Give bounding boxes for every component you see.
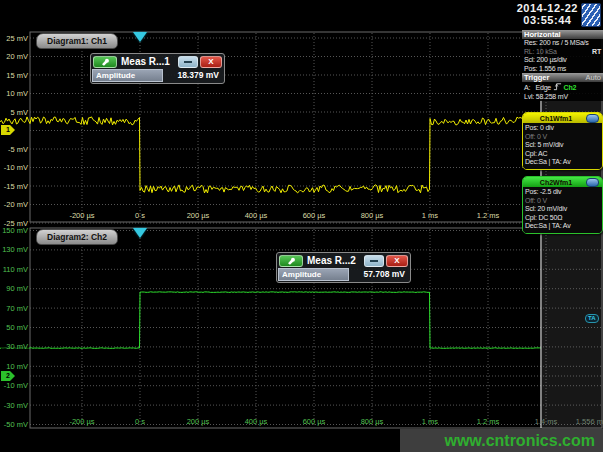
x-axis-label: 0 s: [118, 417, 162, 426]
meas2-title-bar[interactable]: Meas R...2 X: [277, 253, 410, 268]
trigger-a-source: Ch2: [564, 84, 577, 91]
trigger-mode: Auto: [586, 73, 601, 82]
y-axis-label: -5 mV: [1, 145, 29, 154]
trigger-position-marker-diagram2[interactable]: [133, 228, 147, 238]
trigger-level-marker[interactable]: TA: [585, 314, 599, 323]
x-axis-label: 1.2 ms: [466, 211, 510, 220]
y-axis-label: 5 mV: [1, 108, 29, 117]
watermark-text: www.cntronics.com: [444, 432, 595, 450]
wrench-icon: [285, 257, 297, 265]
trigger-a-label: A:: [524, 84, 530, 91]
meas2-window-title: Meas R...2: [305, 255, 362, 266]
record-length-value: RL: 10 kSa: [524, 48, 557, 57]
tab-diagram2-ch2[interactable]: Diagram2: Ch2: [36, 229, 118, 245]
realtime-badge: RT: [592, 48, 601, 57]
horizontal-panel-header: Horizontal: [522, 30, 603, 39]
trigger-a-row: A: Edge Ch2: [522, 82, 603, 93]
ch1-offset: Off: 0 V: [523, 133, 602, 142]
trigger-position-marker-diagram1[interactable]: [133, 32, 147, 42]
meas2-close-button[interactable]: X: [386, 255, 408, 267]
horizontal-trigger-panel[interactable]: Horizontal Res: 200 ns / 5 MSa/s RL: 10 …: [522, 30, 603, 101]
y-axis-label: 25 mV: [1, 34, 29, 43]
ch2wfm1-panel[interactable]: Ch2Wfm1 Pos: -2.5 div Off: 0 V Scl: 20 m…: [522, 176, 603, 234]
waveform-trace-ch2: [0, 292, 541, 349]
y-axis-label: 15 mV: [1, 71, 29, 80]
meas1-settings-button[interactable]: [93, 56, 117, 68]
minimize-icon: [370, 260, 378, 262]
minimize-icon: [184, 61, 192, 63]
x-axis-label: -200 µs: [60, 417, 104, 426]
y-axis-label: -50 mV: [1, 420, 29, 429]
waveform-trace-ch1: [0, 117, 541, 193]
y-axis-label: -15 mV: [1, 182, 29, 191]
ch1wfm1-title-bar[interactable]: Ch1Wfm1: [523, 113, 602, 123]
datetime-display: 2014-12-22 03:55:44: [517, 2, 578, 26]
y-axis-label: 10 mV: [1, 89, 29, 98]
meas1-title-bar[interactable]: Meas R...1 X: [91, 54, 224, 69]
y-axis-label: -10 mV: [1, 163, 29, 172]
ch1wfm1-minimize-icon[interactable]: [586, 114, 599, 123]
x-axis-label: 1.2 ms: [466, 417, 510, 426]
wrench-icon: [99, 58, 111, 66]
ch2wfm1-body: Pos: -2.5 div Off: 0 V Scl: 20 mV/div Cp…: [523, 187, 602, 233]
horizontal-scale: Scl: 200 µs/div: [522, 56, 603, 65]
watermark-box: www.cntronics.com: [400, 429, 603, 452]
ch1-scale: Scl: 5 mV/div: [523, 141, 602, 150]
meas1-result-row: Amplitude 18.379 mV: [92, 69, 223, 82]
meas1-window-title: Meas R...1: [119, 56, 176, 67]
x-axis-label: 400 µs: [234, 417, 278, 426]
x-axis-label: 1 ms: [408, 417, 452, 426]
meas-result-window-1[interactable]: Meas R...1 X Amplitude 18.379 mV: [90, 53, 225, 84]
horizontal-resolution: Res: 200 ns / 5 MSa/s: [522, 39, 603, 48]
x-axis-label: 800 µs: [350, 211, 394, 220]
y-axis-label: -30 mV: [1, 401, 29, 410]
x-axis-label: 0 s: [118, 211, 162, 220]
y-axis-label: -20 mV: [1, 200, 29, 209]
y-axis-label: 130 mV: [1, 245, 29, 254]
ch2wfm1-title-bar[interactable]: Ch2Wfm1: [523, 177, 602, 187]
meas2-minimize-button[interactable]: [364, 255, 384, 267]
oscilloscope-screen: 25 mV20 mV15 mV10 mV5 mV-5 mV-10 mV-15 m…: [0, 0, 603, 452]
x-axis-label: 600 µs: [292, 417, 336, 426]
y-axis-label: 70 mV: [1, 304, 29, 313]
time-text: 03:55:44: [517, 14, 578, 26]
x-axis-label: 200 µs: [176, 417, 220, 426]
date-text: 2014-12-22: [517, 2, 578, 14]
x-axis-label: 1.556 ms: [569, 417, 603, 426]
y-axis-label: 110 mV: [1, 265, 29, 274]
x-axis-label: 1.4 ms: [524, 417, 568, 426]
close-icon: X: [394, 257, 399, 265]
meas2-amplitude-value: 57.708 mV: [349, 268, 409, 281]
ch2wfm1-title: Ch2Wfm1: [526, 179, 586, 186]
horizontal-title: Horizontal: [524, 30, 561, 39]
ch2-decimation: Dec:Sa | TA: Av: [523, 222, 602, 231]
meas2-settings-button[interactable]: [279, 255, 303, 267]
tab-diagram1-ch1[interactable]: Diagram1: Ch1: [36, 33, 118, 49]
x-axis-label: 1 ms: [408, 211, 452, 220]
ch1wfm1-panel[interactable]: Ch1Wfm1 Pos: 0 div Off: 0 V Scl: 5 mV/di…: [522, 112, 603, 170]
x-axis-label: 600 µs: [292, 211, 336, 220]
ch1-decimation: Dec:Sa | TA: Av: [523, 158, 602, 167]
ch1-position: Pos: 0 div: [523, 124, 602, 133]
y-axis-label: 90 mV: [1, 284, 29, 293]
close-icon: X: [208, 58, 213, 66]
ch2wfm1-minimize-icon[interactable]: [586, 178, 599, 187]
y-axis-label: 10 mV: [1, 362, 29, 371]
x-axis-label: -200 µs: [60, 211, 104, 220]
meas1-close-button[interactable]: X: [200, 56, 222, 68]
rising-edge-icon: [553, 82, 562, 91]
x-axis-label: 800 µs: [350, 417, 394, 426]
rohde-schwarz-logo: [581, 3, 601, 27]
meas2-amplitude-label: Amplitude: [278, 268, 349, 281]
x-axis-label: 200 µs: [176, 211, 220, 220]
ch2-position: Pos: -2.5 div: [523, 188, 602, 197]
x-axis-label: 400 µs: [234, 211, 278, 220]
top-bar: 2014-12-22 03:55:44: [0, 0, 603, 30]
ch1wfm1-body: Pos: 0 div Off: 0 V Scl: 5 mV/div Cpl: A…: [523, 123, 602, 169]
y-axis-label: 50 mV: [1, 323, 29, 332]
meas1-amplitude-label: Amplitude: [92, 69, 163, 82]
trigger-level: Lvl: 58.258 mV: [522, 93, 603, 102]
meas-result-window-2[interactable]: Meas R...2 X Amplitude 57.708 mV: [276, 252, 411, 283]
meas1-minimize-button[interactable]: [178, 56, 198, 68]
ch2-scale: Scl: 20 mV/div: [523, 205, 602, 214]
